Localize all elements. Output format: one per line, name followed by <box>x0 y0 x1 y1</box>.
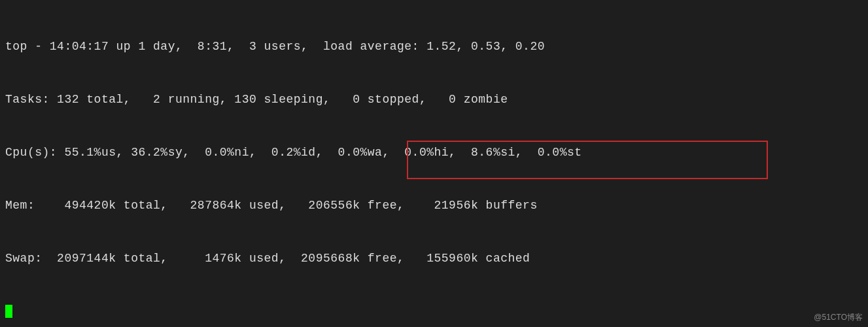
summary-line-swap: Swap: 2097144k total, 1476k used, 209566… <box>5 250 863 267</box>
summary-line-uptime: top - 14:04:17 up 1 day, 8:31, 3 users, … <box>5 38 863 56</box>
terminal[interactable]: top - 14:04:17 up 1 day, 8:31, 3 users, … <box>0 0 868 327</box>
summary-line-mem: Mem: 494420k total, 287864k used, 206556… <box>5 197 863 215</box>
cursor-line <box>5 303 863 320</box>
cursor-icon <box>5 305 12 318</box>
summary-line-cpu: Cpu(s): 55.1%us, 36.2%sy, 0.0%ni, 0.2%id… <box>5 144 863 162</box>
watermark-text: @51CTO博客 <box>814 311 863 323</box>
summary-line-tasks: Tasks: 132 total, 2 running, 130 sleepin… <box>5 91 863 109</box>
